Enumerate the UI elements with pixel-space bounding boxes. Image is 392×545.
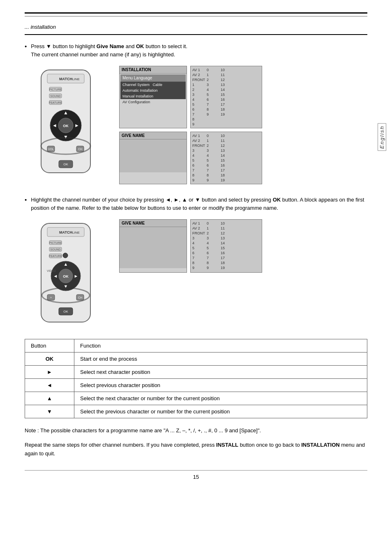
svg-text:VOL: VOL [48, 148, 54, 151]
svg-text:►: ► [74, 123, 79, 128]
install-item-av: AV Configuration [120, 99, 186, 105]
ch-f-10: 10 [221, 221, 233, 225]
channel-list-panel-2: AV 1 AV 2 FRONT 3 4 5 6 7 8 9 0 [190, 132, 262, 184]
ch-d-av2: AV 2 [192, 226, 205, 230]
table-row: OK Start or end the process [25, 353, 367, 366]
svg-text:CH: CH [78, 148, 82, 151]
table-func-ok: Start or end the process [74, 353, 367, 366]
channel-list-panel-3: AV 1 AV 2 FRONT 3 4 5 6 7 8 9 0 [190, 219, 262, 273]
screens-2: GIVE NAME AV 1 AV 2 FRONT 3 4 5 6 7 [119, 219, 367, 273]
channel-col-right: 10 11 12 13 14 15 16 17 18 19 [221, 68, 233, 126]
give-name-panel-2: GIVE NAME [119, 219, 187, 273]
ch-7: 7 [192, 112, 205, 116]
section1-text: Press ▼ button to highlight Give Name an… [31, 42, 187, 58]
ch-f-12: 12 [221, 231, 233, 235]
table-header-function: Function [74, 339, 367, 353]
remote-control-1: MATCH LINE PICTURE SOUND FEATURE OK ▲ ▼ … [25, 66, 115, 182]
section1-para: • Press ▼ button to highlight Give Name … [25, 42, 367, 58]
section1-arrow-down: ▼ [46, 43, 51, 49]
give-name-content-1 [120, 139, 187, 172]
ch-mid-2: 2 [207, 78, 219, 82]
svg-text:CH: CH [78, 296, 82, 299]
remote-svg-2: MATCH LINE PICTURE SOUND FEATURE OK ▲ ▼ … [25, 219, 107, 326]
ch-a-8: 8 [192, 173, 205, 177]
repeat-install: INSTALL [216, 442, 238, 448]
ch-b-9: 9 [207, 178, 219, 182]
installation-panel-inner: Menu Language Channel System Cable Autom… [120, 74, 187, 106]
ch-mid-3: 3 [207, 83, 219, 87]
svg-text:+: + [50, 296, 52, 299]
svg-text:OK: OK [63, 124, 69, 128]
ch-f-19: 19 [221, 266, 233, 270]
table-btn-up: ▲ [25, 392, 74, 405]
table-func-up: Select the next character or number for … [74, 392, 367, 405]
ch-e-8: 8 [207, 261, 219, 265]
table-header-button: Button [25, 339, 74, 353]
section2-para: • Highlight the channel number of your c… [25, 196, 367, 212]
ch-a-av1: AV 1 [192, 134, 205, 138]
svg-text:PICTURE: PICTURE [49, 241, 62, 244]
ch-d-6: 6 [192, 251, 205, 255]
repeat-paragraph: Repeat the same steps for other channel … [25, 441, 367, 458]
ch-col-a: AV 1 AV 2 FRONT 3 4 5 6 7 8 9 [192, 134, 205, 182]
note-paragraph: Note : The possible characters for a pro… [25, 427, 367, 435]
page: ... installation • Press ▼ button to hig… [0, 0, 392, 545]
svg-text:▲: ▲ [64, 262, 68, 267]
ch-9: 9 [192, 122, 205, 126]
ch-c-17: 17 [221, 168, 233, 172]
ch-14: 14 [221, 88, 233, 92]
give-name-content-2 [120, 227, 187, 268]
svg-text:LINE: LINE [72, 231, 80, 234]
ch-mid-5: 5 [207, 93, 219, 97]
svg-text:VIDEO: VIDEO [47, 269, 56, 272]
ch-e-3: 3 [207, 236, 219, 240]
table-row: ▲ Select the next character or number fo… [25, 392, 367, 405]
ch-f-11: 11 [221, 226, 233, 230]
section2-ok: OK [273, 197, 281, 203]
ch-a-4: 4 [192, 153, 205, 158]
function-table: Button Function OK Start or end the proc… [25, 339, 367, 418]
channel-col-mid: 0 1 2 3 4 5 6 7 8 9 [207, 68, 219, 126]
remote-control-2: MATCH LINE PICTURE SOUND FEATURE OK ▲ ▼ … [25, 219, 115, 327]
svg-text:LINE: LINE [72, 77, 80, 81]
table-func-right: Select next character position [74, 366, 367, 379]
channel-grid-3: AV 1 AV 2 FRONT 3 4 5 6 7 8 9 0 [191, 220, 262, 271]
section2-arrows: ◄, ►, ▲ or ▼ [166, 197, 201, 203]
page-number: 15 [193, 474, 199, 480]
ch-f-14: 14 [221, 241, 233, 245]
ch-col-f: 10 11 12 13 14 15 16 17 18 19 [221, 221, 233, 270]
svg-text:PICTURE: PICTURE [49, 88, 62, 91]
ch-6: 6 [192, 107, 205, 111]
channel-grid-2: AV 1 AV 2 FRONT 3 4 5 6 7 8 9 0 [191, 132, 262, 184]
ch-mid-7: 7 [207, 102, 219, 107]
ch-2: 2 [192, 88, 205, 92]
installation-panel: INSTALLATION Menu Language Channel Syste… [119, 66, 187, 128]
ch-d-7: 7 [192, 256, 205, 260]
ch-16: 16 [221, 97, 233, 102]
ch-b-6: 6 [207, 163, 219, 167]
svg-text:FEATURE: FEATURE [49, 101, 62, 104]
screen-row-2: GIVE NAME AV 1 AV 2 FRONT 3 4 5 6 7 [119, 132, 367, 184]
section2-highlight: Highlight the channel number of your cho… [31, 197, 165, 203]
ch-10: 10 [221, 68, 233, 72]
ch-mid-9: 9 [207, 112, 219, 116]
ch-d-9: 9 [192, 266, 205, 270]
ch-av1: AV 1 [192, 68, 205, 72]
ch-b-2: 2 [207, 144, 219, 148]
installation-panel-header: INSTALLATION [120, 66, 187, 74]
ch-mid-6: 6 [207, 97, 219, 102]
ch-col-c: 10 11 12 13 14 15 16 17 18 19 [221, 134, 233, 182]
ch-a-av2: AV 2 [192, 139, 205, 143]
ch-b-8: 8 [207, 173, 219, 177]
ch-e-5: 5 [207, 246, 219, 250]
header-rule [25, 34, 367, 35]
ch-a-7: 7 [192, 168, 205, 172]
section1-text-select: button to select it. [145, 43, 187, 49]
bullet-2: • [25, 196, 27, 203]
section1-line2: The current channel number and name (if … [31, 51, 175, 58]
repeat-installation: INSTALLATION [301, 442, 339, 448]
ch-c-12: 12 [221, 144, 233, 148]
section1-text-highlight: button to highlight [53, 43, 97, 49]
section2-text2: button and select by pressing [202, 197, 273, 203]
ch-c-13: 13 [221, 148, 233, 153]
